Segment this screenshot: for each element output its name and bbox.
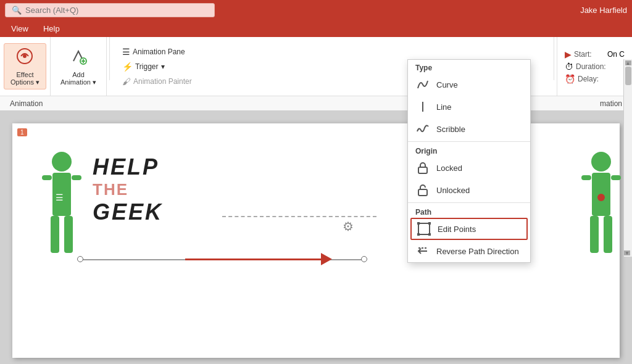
dropdown-item-edit-points[interactable]: Edit Points — [410, 218, 528, 240]
ribbon-row-pane: ☰ Animation Pane — [120, 46, 544, 58]
line-icon — [415, 99, 430, 114]
curve-icon — [415, 77, 430, 92]
svg-rect-9 — [51, 216, 59, 253]
reverse-path-icon — [415, 244, 430, 259]
svg-point-18 — [597, 194, 605, 201]
timing-duration-row: ⏱ Duration: — [565, 62, 625, 72]
duration-label: Duration: — [576, 62, 607, 71]
svg-point-26 — [428, 233, 431, 236]
add-animation-icon — [69, 46, 88, 70]
dropdown-item-line[interactable]: Line — [408, 96, 530, 118]
svg-point-23 — [417, 222, 420, 225]
person-figure-left: ☰ — [37, 148, 86, 271]
logo-help: HELP — [93, 154, 163, 180]
start-label: Start: — [574, 50, 605, 59]
delay-label: Delay: — [578, 75, 609, 83]
dropdown-item-unlocked[interactable]: Unlocked — [408, 179, 530, 201]
v-scrollbar[interactable]: ▲ ▼ — [623, 59, 632, 257]
svg-rect-17 — [604, 216, 612, 253]
svg-rect-22 — [418, 223, 430, 234]
dropdown-item-locked[interactable]: Locked — [408, 157, 530, 179]
animation-painter-button[interactable]: 🖌 Animation Painter — [120, 75, 194, 88]
dashed-path — [222, 216, 376, 217]
svg-point-12 — [591, 152, 611, 172]
svg-rect-21 — [418, 189, 427, 196]
dropdown-item-curve[interactable]: Curve — [408, 73, 530, 96]
ribbon-section-add: AddAnimation ▾ — [51, 37, 107, 96]
search-input[interactable] — [25, 6, 198, 15]
dropdown-type-header: Type — [408, 60, 530, 73]
edit-points-icon — [417, 221, 431, 236]
main-content: 1 ☰ HELP TH — [0, 111, 632, 364]
search-box[interactable]: 🔍 — [5, 3, 215, 17]
tab-strip: Animation mation — [0, 96, 632, 111]
svg-rect-7 — [42, 175, 52, 180]
path-gear-icon: ⚙ — [343, 219, 354, 234]
start-value: On C — [607, 50, 625, 59]
timing-start-row: ▶ Start: On C — [565, 49, 625, 59]
animation-pane-icon: ☰ — [122, 47, 130, 57]
logo-geek: GEEK — [93, 199, 163, 225]
locked-icon — [415, 160, 430, 175]
menu-item-view[interactable]: View — [5, 22, 35, 36]
ribbon-divider-1 — [109, 37, 110, 80]
slide-area: 1 ☰ HELP TH — [0, 111, 632, 364]
htg-logo: HELP THE GEEK — [93, 154, 163, 225]
scribble-label: Scribble — [436, 125, 465, 134]
svg-rect-8 — [72, 175, 81, 180]
trigger-icon: ⚡ — [122, 62, 133, 72]
user-name: Jake Harfield — [580, 6, 627, 15]
svg-rect-16 — [590, 216, 599, 253]
effect-options-button[interactable]: EffectOptions ▾ — [4, 43, 46, 89]
title-bar: 🔍 Jake Harfield — [0, 0, 632, 20]
search-icon: 🔍 — [12, 6, 22, 15]
menu-bar: View Help — [0, 20, 632, 37]
tab-timing: mation — [595, 98, 627, 109]
tab-animation[interactable]: Animation — [5, 98, 48, 109]
effect-options-icon — [15, 46, 35, 70]
svg-text:☰: ☰ — [56, 192, 64, 202]
red-arrow-line — [185, 259, 321, 260]
unlocked-icon — [415, 183, 430, 197]
svg-rect-14 — [581, 175, 591, 180]
ribbon-timing: ▶ Start: On C ⏱ Duration: ⏰ Delay: — [557, 37, 632, 96]
trigger-button[interactable]: ⚡ Trigger ▾ — [120, 60, 167, 73]
animation-painter-icon: 🖌 — [122, 77, 131, 86]
svg-point-25 — [417, 233, 420, 236]
add-animation-button[interactable]: AddAnimation ▾ — [54, 44, 102, 89]
scribble-icon — [415, 122, 430, 136]
svg-rect-20 — [418, 167, 427, 173]
dropdown-path-header: Path — [408, 204, 530, 218]
ribbon: EffectOptions ▾ AddAnimation ▾ ☰ Animati… — [0, 37, 632, 96]
duration-icon: ⏱ — [565, 62, 573, 72]
dropdown-item-reverse-path[interactable]: Reverse Path Direction — [408, 240, 530, 262]
reverse-path-label: Reverse Path Direction — [436, 247, 519, 256]
svg-point-24 — [428, 222, 431, 225]
locked-label: Locked — [436, 163, 462, 173]
svg-point-5 — [52, 152, 72, 172]
dropdown-sep-2 — [408, 202, 530, 203]
svg-point-1 — [23, 54, 27, 58]
start-icon: ▶ — [565, 49, 572, 59]
animation-pane-button[interactable]: ☰ Animation Pane — [120, 46, 188, 58]
svg-rect-10 — [64, 216, 73, 253]
scrollbar-down-arrow[interactable]: ▼ — [624, 250, 630, 255]
add-animation-label: AddAnimation ▾ — [60, 71, 96, 86]
line-label: Line — [436, 102, 452, 112]
effect-options-label: EffectOptions ▾ — [10, 71, 40, 86]
scrollbar-up-arrow[interactable]: ▲ — [625, 60, 631, 65]
scrollbar-thumb[interactable] — [625, 67, 631, 85]
person-figure-right — [576, 148, 626, 271]
animation-pane-label: Animation Pane — [133, 48, 185, 56]
curve-label: Curve — [436, 80, 458, 89]
unlocked-label: Unlocked — [436, 186, 470, 195]
trigger-chevron: ▾ — [161, 62, 165, 71]
dropdown-sep-1 — [408, 141, 530, 142]
red-arrow-container — [185, 253, 332, 265]
svg-rect-15 — [611, 175, 621, 180]
dropdown-menu: Type Curve Line Scribble Origin Locked U… — [407, 59, 531, 263]
trigger-label: Trigger — [135, 62, 159, 71]
dropdown-item-scribble[interactable]: Scribble — [408, 118, 530, 140]
menu-item-help[interactable]: Help — [37, 22, 66, 36]
slide-number: 1 — [17, 128, 27, 136]
